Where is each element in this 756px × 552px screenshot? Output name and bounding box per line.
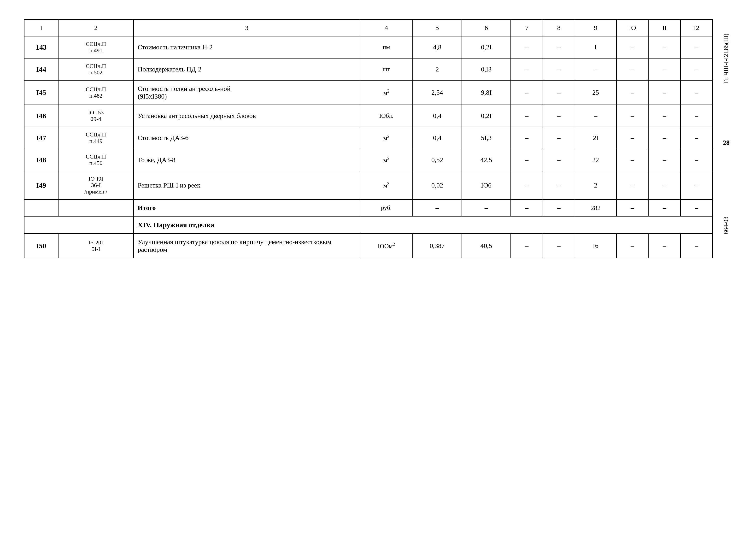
- header-col-4: 4: [360, 19, 413, 36]
- row-id: 143: [24, 36, 58, 58]
- row-col-12: –: [681, 149, 713, 171]
- row-col-7: –: [511, 234, 543, 258]
- row-col-7: –: [511, 199, 543, 216]
- table-row: I46IO-I53 29-4Установка антресольных две…: [24, 105, 713, 127]
- table-row: I44ССЦч.П п.502Полкодержатель ПД-2шт20,I…: [24, 58, 713, 80]
- row-unit: пм: [360, 36, 413, 58]
- row-col-5: 2,54: [413, 80, 462, 105]
- header-col-3: 3: [134, 19, 360, 36]
- row-unit: IOбл.: [360, 105, 413, 127]
- row-ref: ССЦч.П п.482: [58, 80, 134, 105]
- row-col-11: –: [648, 171, 681, 199]
- annotation-bottom: 664-03: [723, 217, 730, 234]
- side-annotations: Тп ЧШ-I-I2I.85(Ш) 28 664-03: [713, 19, 732, 258]
- row-col-10: –: [616, 149, 648, 171]
- row-desc: Итого: [134, 199, 360, 216]
- main-table: I 2 3 4 5 6 7 8 9 IO II I2 143ССЦч.П п.4…: [24, 19, 713, 258]
- row-col-10: –: [616, 199, 648, 216]
- row-desc: Улучшенная штукатурка цоколя по кирпичу …: [134, 234, 360, 258]
- row-col-12: –: [681, 127, 713, 149]
- row-unit: м3: [360, 171, 413, 199]
- annotation-top: Тп ЧШ-I-I2I.85(Ш): [723, 33, 730, 84]
- row-unit: м2: [360, 149, 413, 171]
- row-id: I49: [24, 171, 58, 199]
- row-col-9: 22: [575, 149, 616, 171]
- row-col-10: –: [616, 80, 648, 105]
- row-col-6: 0,2I: [462, 36, 511, 58]
- row-col-10: –: [616, 105, 648, 127]
- row-col-10: –: [616, 58, 648, 80]
- section-ref: [58, 216, 134, 234]
- row-ref: ССЦч.П п.450: [58, 149, 134, 171]
- row-col-7: –: [511, 171, 543, 199]
- row-col-8: –: [543, 127, 575, 149]
- row-col-11: –: [648, 127, 681, 149]
- row-col-7: –: [511, 36, 543, 58]
- header-col-6: 6: [462, 19, 511, 36]
- header-col-11: II: [648, 19, 681, 36]
- row-col-5: 2: [413, 58, 462, 80]
- row-ref: ССЦч.П п.491: [58, 36, 134, 58]
- row-col-9: 282: [575, 199, 616, 216]
- table-row: I48ССЦч.П п.450То же, ДАЗ-8м20,5242,5––2…: [24, 149, 713, 171]
- row-col-6: IO6: [462, 171, 511, 199]
- row-col-5: 0,02: [413, 171, 462, 199]
- table-wrapper: I 2 3 4 5 6 7 8 9 IO II I2 143ССЦч.П п.4…: [24, 19, 732, 258]
- header-col-7: 7: [511, 19, 543, 36]
- header-col-10: IO: [616, 19, 648, 36]
- row-desc: Полкодержатель ПД-2: [134, 58, 360, 80]
- row-ref: IO-I9I 36-I /примен./: [58, 171, 134, 199]
- row-col-5: –: [413, 199, 462, 216]
- row-desc: Стоимость полки антресоль-ной (9I5xI380): [134, 80, 360, 105]
- row-col-6: 40,5: [462, 234, 511, 258]
- table-row: 143ССЦч.П п.491Стоимость наличника Н-2пм…: [24, 36, 713, 58]
- row-id: I45: [24, 80, 58, 105]
- row-col-12: –: [681, 36, 713, 58]
- row-col-11: –: [648, 199, 681, 216]
- row-unit: м2: [360, 127, 413, 149]
- row-col-10: –: [616, 234, 648, 258]
- header-col-9: 9: [575, 19, 616, 36]
- row-col-9: –: [575, 105, 616, 127]
- row-col-12: –: [681, 58, 713, 80]
- row-col-8: –: [543, 149, 575, 171]
- row-desc: То же, ДАЗ-8: [134, 149, 360, 171]
- row-col-9: –: [575, 58, 616, 80]
- row-col-12: –: [681, 199, 713, 216]
- header-col-5: 5: [413, 19, 462, 36]
- row-unit: IOOм2: [360, 234, 413, 258]
- row-col-11: –: [648, 149, 681, 171]
- table-row: I50I5-20I 5I-IУлучшенная штукатурка цоко…: [24, 234, 713, 258]
- row-ref: ССЦч.П п.449: [58, 127, 134, 149]
- row-col-7: –: [511, 105, 543, 127]
- row-unit: шт: [360, 58, 413, 80]
- section-desc: XIV. Наружная отделка: [134, 216, 713, 234]
- row-col-10: –: [616, 171, 648, 199]
- row-id: I48: [24, 149, 58, 171]
- row-col-10: –: [616, 36, 648, 58]
- row-col-6: 42,5: [462, 149, 511, 171]
- row-ref: [58, 199, 134, 216]
- row-col-5: 0,4: [413, 105, 462, 127]
- row-col-8: –: [543, 36, 575, 58]
- row-col-12: –: [681, 80, 713, 105]
- row-col-9: I: [575, 36, 616, 58]
- row-id: [24, 199, 58, 216]
- row-desc: Установка антресольных дверных блоков: [134, 105, 360, 127]
- row-col-9: 2: [575, 171, 616, 199]
- row-col-11: –: [648, 36, 681, 58]
- header-col-12: I2: [681, 19, 713, 36]
- row-col-12: –: [681, 171, 713, 199]
- row-col-8: –: [543, 105, 575, 127]
- row-col-11: –: [648, 105, 681, 127]
- row-col-8: –: [543, 234, 575, 258]
- table-row: Итогоруб.––––282–––: [24, 199, 713, 216]
- row-ref: IO-I53 29-4: [58, 105, 134, 127]
- header-col-8: 8: [543, 19, 575, 36]
- row-col-6: 0,I3: [462, 58, 511, 80]
- table-row: I49IO-I9I 36-I /примен./Решетка РШ-I из …: [24, 171, 713, 199]
- row-desc: Стоимость наличника Н-2: [134, 36, 360, 58]
- row-col-8: –: [543, 80, 575, 105]
- table-row: I45ССЦч.П п.482Стоимость полки антресоль…: [24, 80, 713, 105]
- row-col-9: I6: [575, 234, 616, 258]
